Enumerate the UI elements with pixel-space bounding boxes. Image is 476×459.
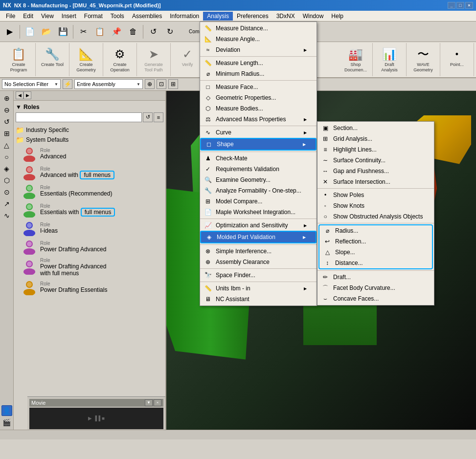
side-btn-active[interactable]: 👤 (1, 405, 12, 416)
menu-view[interactable]: View (37, 12, 58, 21)
menu-measure-bodies[interactable]: ⬡ Measure Bodies... (200, 103, 317, 114)
menu-maple-worksheet[interactable]: 📄 Maple Worksheet Integration... (200, 207, 317, 218)
menu-advanced-mass[interactable]: ⚖ Advanced Mass Properties ▶ (200, 114, 317, 125)
menu-measure-distance[interactable]: 📏 Measure Distance... (200, 23, 317, 34)
window-controls[interactable]: _ □ × (448, 2, 473, 9)
submenu-facet-body-curvature[interactable]: ⌒ Facet Body Curvature... (317, 283, 434, 293)
menu-measure-length[interactable]: 📏 Measure Length... (200, 58, 317, 68)
menu-edit[interactable]: Edit (19, 12, 37, 21)
submenu-section[interactable]: ▣ Section... (317, 123, 434, 133)
menu-deviation[interactable]: ≈ Deviation ▶ (200, 44, 317, 55)
menu-shape[interactable]: ◻ Shape ▶ (200, 138, 317, 151)
submenu-concave-faces[interactable]: ⌣ Concave Faces... (317, 293, 434, 304)
create-tool-btn[interactable]: 🔧 Create Tool (39, 45, 66, 69)
role-item-advanced[interactable]: Role Advanced (16, 145, 163, 163)
menu-insert[interactable]: Insert (58, 12, 80, 21)
cut-btn[interactable]: ✂ (75, 24, 91, 40)
submenu-reflection[interactable]: ↩ Reflection... (319, 236, 432, 247)
side-btn-1[interactable]: ⊕ (1, 93, 12, 104)
delete-btn[interactable]: 🗑 (125, 24, 141, 40)
submenu-surface-continuity[interactable]: ∼ Surface Continuity... (317, 155, 434, 166)
menu-space-finder[interactable]: 🔭 Space Finder... (200, 270, 317, 281)
open-btn[interactable]: 📂 (39, 24, 54, 40)
menu-minimum-radius[interactable]: ⌀ Minimum Radius... (200, 68, 317, 79)
panel-nav-right[interactable]: ▶ (23, 91, 31, 99)
menu-3dxnx[interactable]: 3DxNX (272, 12, 299, 21)
submenu-radius[interactable]: ⌀ Radius... (319, 225, 432, 236)
save-btn[interactable]: 💾 (55, 24, 71, 40)
menu-assembly-clearance[interactable]: ⊕ Assembly Clearance (200, 257, 317, 267)
submenu-distance[interactable]: ↕ Distance... (319, 258, 432, 268)
submenu-grid-analysis[interactable]: ⊞ Grid Analysis... (317, 133, 434, 144)
side-btn-7[interactable]: ◈ (1, 163, 12, 174)
submenu-show-poles[interactable]: • Show Poles (317, 190, 434, 200)
redo-btn[interactable]: ↻ (162, 24, 178, 40)
menu-molded-part[interactable]: ◈ Molded Part Validation ▶ (200, 231, 317, 243)
menu-nc-assistant[interactable]: 🖥 NC Assistant (200, 294, 317, 305)
draft-analysis-btn[interactable]: 📊 DraftAnalysis (376, 45, 403, 74)
undo-btn[interactable]: ↺ (145, 24, 161, 40)
role-item-essentials[interactable]: Role Essentials (Recommended) (16, 182, 163, 200)
menu-measure-angle[interactable]: 📐 Measure Angle... (200, 34, 317, 44)
assembly-combo[interactable]: Entire Assembly ▼ (74, 79, 143, 89)
menu-curve[interactable]: ∿ Curve ▶ (200, 127, 317, 138)
menu-simple-interference[interactable]: ⊗ Simple Interference... (200, 246, 317, 257)
category-industry-specific[interactable]: 📁 Industry Specific (16, 125, 163, 135)
minimize-btn[interactable]: _ (448, 2, 455, 9)
submenu-highlight-lines[interactable]: ≡ Highlight Lines... (317, 144, 434, 155)
submenu-show-obstructed[interactable]: ○ Show Obstructed Analysis Objects (317, 211, 434, 222)
maximize-btn[interactable]: □ (456, 2, 464, 9)
menu-format[interactable]: Format (80, 12, 107, 21)
side-btn-5[interactable]: △ (1, 140, 12, 151)
side-btn-9[interactable]: ⊙ (1, 187, 12, 197)
side-btn-4[interactable]: ⊞ (1, 128, 12, 139)
role-item-advanced-full[interactable]: Role Advanced with full menus (16, 163, 163, 182)
copy-btn[interactable]: 📋 (92, 24, 108, 40)
menu-file[interactable]: File (2, 12, 19, 21)
menu-requirements-validation[interactable]: ✓ Requirements Validation (200, 164, 317, 175)
side-btn-8[interactable]: ⬡ (1, 175, 12, 186)
side-btn-11[interactable]: ∿ (1, 210, 12, 221)
menu-help[interactable]: Help (327, 12, 347, 21)
generate-tool-path-btn[interactable]: ➤ GenerateTool Path (140, 45, 167, 74)
submenu-surface-intersection[interactable]: ✕ Surface Intersection... (317, 176, 434, 187)
submenu-slope[interactable]: △ Slope... (319, 247, 432, 258)
menu-window[interactable]: Window (299, 12, 328, 21)
side-btn-bottom1[interactable]: 🎬 (1, 417, 12, 428)
start-btn[interactable]: ▶ (2, 24, 18, 40)
menu-measure-face[interactable]: □ Measure Face... (200, 82, 317, 92)
side-btn-10[interactable]: ↗ (1, 198, 12, 209)
shop-document-btn[interactable]: 🏭 ShopDocumen... (342, 45, 369, 74)
movie-controls[interactable]: ▼ × (145, 399, 161, 406)
menu-model-compare[interactable]: ⊞ Model Compare... (200, 196, 317, 207)
menu-geometric-properties[interactable]: ◇ Geometric Properties... (200, 92, 317, 103)
menu-analyze-formability[interactable]: 🔧 Analyze Formability - One-step... (200, 185, 317, 196)
menu-analysis[interactable]: Analysis (203, 12, 233, 21)
create-geometry-btn[interactable]: 📐 CreateGeometry (72, 45, 100, 74)
role-item-power-drafting-advanced-full[interactable]: Role Power Drafting Advancedwith full me… (16, 256, 163, 278)
movie-close-btn[interactable]: × (154, 399, 161, 406)
role-item-power-drafting-advanced[interactable]: Role Power Drafting Advanced (16, 238, 163, 256)
paste-btn[interactable]: 📌 (109, 24, 124, 40)
create-operation-btn[interactable]: ⚙ CreateOperation (106, 45, 134, 74)
menu-check-mate[interactable]: ♟ Check-Mate (200, 153, 317, 164)
snap-icon2[interactable]: ⊡ (157, 79, 166, 89)
category-system-defaults[interactable]: 📁 System Defaults (16, 135, 163, 145)
role-item-power-drafting-essentials[interactable]: Role Power Drafting Essentials (16, 278, 163, 297)
close-btn[interactable]: × (465, 2, 473, 9)
menu-information[interactable]: Information (166, 12, 203, 21)
panel-nav-left[interactable]: ◀ (16, 91, 23, 99)
verify-btn[interactable]: ✓ Verify (174, 45, 201, 69)
menu-units-ibm-in[interactable]: 📏 Units Ibm - in ▶ (200, 283, 317, 294)
snap-icon1[interactable]: ⊕ (145, 79, 155, 89)
role-item-essentials-full[interactable]: Role Essentials with full menus (16, 200, 163, 219)
menu-preferences[interactable]: Preferences (233, 12, 272, 21)
menu-assemblies[interactable]: Assemblies (128, 12, 166, 21)
menu-tools[interactable]: Tools (107, 12, 128, 21)
filter-btn[interactable]: ≡ (154, 112, 163, 122)
menu-examine-geometry[interactable]: 🔍 Examine Geometry... (200, 175, 317, 185)
menu-optimization[interactable]: 📈 Optimization and Sensitivity ▶ (200, 220, 317, 231)
submenu-gap-flushness[interactable]: ↔ Gap and Flushness... (317, 166, 434, 176)
side-btn-6[interactable]: ○ (1, 152, 12, 162)
roles-search-input[interactable] (16, 112, 142, 122)
